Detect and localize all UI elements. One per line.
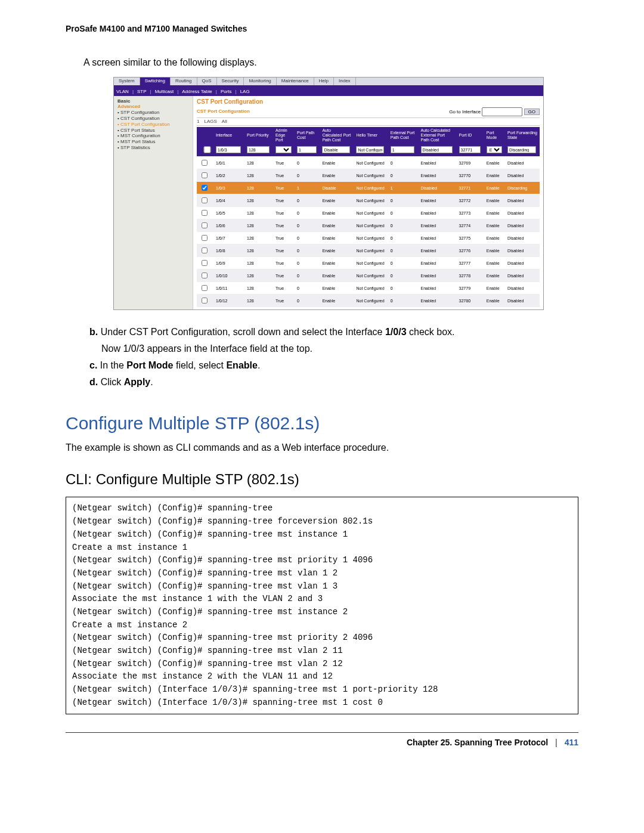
sidebar-advanced[interactable]: Advanced — [117, 104, 189, 110]
grid-cell: Enable — [320, 282, 354, 295]
sidebar-basic[interactable]: Basic — [117, 99, 189, 104]
grid-cell: Enable — [320, 244, 354, 257]
main-tab[interactable]: Switching — [140, 78, 171, 85]
select-all-checkbox[interactable] — [202, 146, 213, 153]
row-checkbox[interactable] — [202, 272, 208, 278]
grid-cell: True — [273, 282, 295, 295]
grid-input[interactable] — [391, 146, 415, 153]
grid-cell: Not Configured — [354, 244, 388, 257]
sub-tab[interactable]: Multicast — [155, 89, 174, 95]
grid-cell: 0 — [388, 169, 419, 182]
row-checkbox[interactable] — [202, 172, 208, 178]
grid-cell: True — [273, 157, 295, 169]
grid-cell: True — [273, 219, 295, 232]
grid-cell: Enabled — [419, 232, 457, 244]
grid-input[interactable] — [459, 146, 481, 153]
go-button[interactable]: GO — [524, 109, 540, 115]
grid-cell: Disabled — [505, 232, 540, 244]
grid-cell: True — [273, 244, 295, 257]
grid-input[interactable] — [322, 146, 350, 153]
intro-text: A screen similar to the following displa… — [83, 57, 578, 68]
row-checkbox[interactable] — [202, 222, 208, 228]
grid-cell: 32776 — [457, 244, 484, 257]
grid-cell: 128 — [244, 194, 273, 207]
grid-cell: Not Configured — [354, 194, 388, 207]
grid-cell: 1 — [295, 182, 320, 194]
grid-cell: Disabled — [505, 244, 540, 257]
sub-tab[interactable]: Address Table — [182, 89, 212, 95]
grid-input[interactable] — [507, 146, 535, 153]
step-b-line2: Now 1/0/3 appears in the Interface field… — [101, 343, 312, 354]
grid-cell: 0 — [388, 232, 419, 244]
section-intro: The example is shown as CLI commands and… — [66, 442, 578, 453]
sidebar-item[interactable]: • STP Statistics — [117, 145, 189, 151]
sub-tab[interactable]: VLAN — [116, 89, 129, 95]
main-tab[interactable]: QoS — [197, 78, 217, 85]
goto-label: Go to Interface — [449, 109, 481, 114]
grid-cell: 128 — [244, 219, 273, 232]
grid-cell: 1 — [388, 182, 419, 194]
grid-cell: 1/0/5 — [213, 207, 244, 219]
row-checkbox[interactable] — [202, 160, 208, 166]
grid-input[interactable] — [216, 146, 241, 153]
grid-cell: Disabled — [419, 182, 457, 194]
sidebar-item[interactable]: • MST Configuration — [117, 134, 189, 139]
row-checkbox[interactable] — [202, 185, 208, 191]
grid-cell: Enable — [484, 232, 505, 244]
grid-cell: 32770 — [457, 169, 484, 182]
main-tab[interactable]: System — [114, 78, 140, 85]
sidebar-item[interactable]: • CST Port Status — [117, 128, 189, 134]
sidebar-item[interactable]: • CST Port Configuration — [117, 122, 189, 128]
row-checkbox[interactable] — [202, 260, 208, 266]
instructions: b. Under CST Port Configuration, scroll … — [89, 325, 578, 389]
row-checkbox[interactable] — [202, 285, 208, 291]
sub-tab[interactable]: STP — [137, 89, 147, 95]
main-tab[interactable]: Monitoring — [244, 78, 276, 85]
grid-select[interactable]: Enable — [487, 146, 502, 153]
grid-cell: 1/0/1 — [213, 157, 244, 169]
main-tab[interactable]: Help — [314, 78, 334, 85]
grid-input[interactable] — [297, 146, 317, 153]
sub-tab[interactable]: Ports — [221, 89, 232, 95]
grid-cell: Enable — [320, 169, 354, 182]
main-tab[interactable]: Maintenance — [277, 78, 314, 85]
filter-tab[interactable]: All — [222, 119, 227, 125]
main-tab[interactable]: Routing — [171, 78, 197, 85]
grid-cell: Enabled — [419, 257, 457, 270]
row-checkbox[interactable] — [202, 235, 208, 241]
grid-cell: 0 — [388, 207, 419, 219]
grid-cell: Enable — [484, 207, 505, 219]
grid-cell: True — [273, 207, 295, 219]
grid-cell: 32780 — [457, 295, 484, 307]
main-tab[interactable]: Security — [217, 78, 244, 85]
filter-tab[interactable]: LAGS — [204, 119, 216, 125]
grid-cell: Not Configured — [354, 257, 388, 270]
row-checkbox[interactable] — [202, 210, 208, 216]
grid-cell: 0 — [295, 157, 320, 169]
grid-cell: Enable — [484, 295, 505, 307]
grid-cell: 0 — [295, 194, 320, 207]
grid-cell: Enabled — [419, 169, 457, 182]
grid-cell: 1/0/6 — [213, 219, 244, 232]
column-header: Interface — [213, 127, 244, 143]
grid-cell: Enable — [484, 270, 505, 282]
sidebar-item[interactable]: • MST Port Status — [117, 140, 189, 145]
main-tab[interactable]: Index — [334, 78, 356, 85]
sub-tab[interactable]: LAG — [240, 89, 250, 95]
grid-cell: Enable — [484, 244, 505, 257]
grid-cell: Enabled — [419, 244, 457, 257]
goto-input[interactable] — [482, 107, 522, 116]
row-checkbox[interactable] — [202, 197, 208, 203]
sidebar-item[interactable]: • STP Configuration — [117, 110, 189, 116]
grid-input[interactable] — [356, 146, 384, 153]
step-b-text1a: Under CST Port Configuration, scroll dow… — [101, 327, 385, 337]
grid-cell: 32773 — [457, 207, 484, 219]
grid-input[interactable] — [421, 146, 453, 153]
sidebar-item[interactable]: • CST Configuration — [117, 116, 189, 122]
grid-select[interactable] — [275, 146, 292, 153]
grid-input[interactable] — [247, 146, 270, 153]
grid-cell: 1/0/2 — [213, 169, 244, 182]
row-checkbox[interactable] — [202, 247, 208, 253]
row-checkbox[interactable] — [202, 298, 208, 304]
filter-tab[interactable]: 1 — [197, 119, 199, 125]
